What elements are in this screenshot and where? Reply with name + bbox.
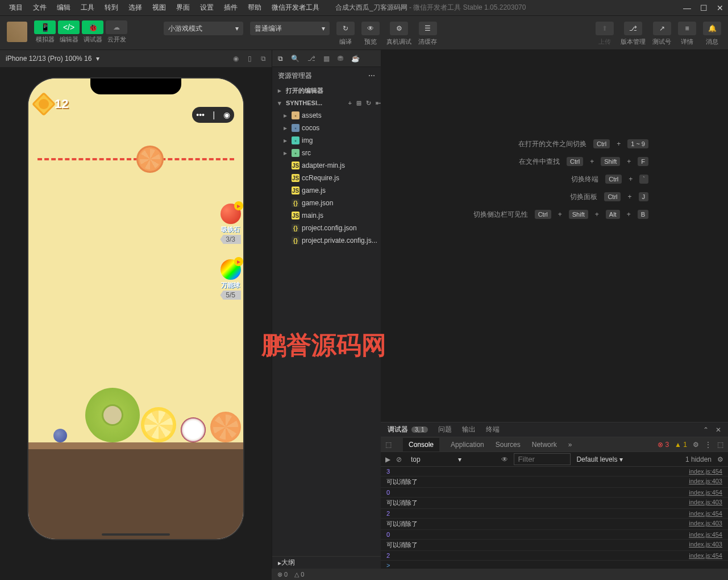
tab-terminal[interactable]: 终端 [486,425,500,434]
filter-input[interactable] [514,453,571,465]
devtools-tab-application[interactable]: Application [451,441,484,449]
upload-button[interactable]: ⬆ [596,22,614,35]
hidden-count[interactable]: 1 hidden [685,455,712,463]
devtools-tab-sources[interactable]: Sources [496,441,521,449]
folder-item[interactable]: ▸▪img [272,134,381,147]
menu-item[interactable]: 插件 [219,1,242,15]
file-item[interactable]: {}project.config.json [272,222,381,234]
warning-count[interactable]: ▲ 1 [675,441,687,449]
new-file-icon[interactable]: + [348,100,352,107]
gear-icon[interactable]: ⚙ [717,455,723,463]
file-item[interactable]: JSccRequire.js [272,172,381,184]
tab-problems[interactable]: 问题 [438,425,452,434]
levels-dropdown[interactable]: Default levels ▾ [576,455,622,463]
cloud-button[interactable]: ☁ [106,20,127,34]
editor-button[interactable]: </> [58,20,80,34]
clear-console-icon[interactable]: ⊘ [396,455,402,463]
log-row[interactable]: 3index.js:454 [381,467,728,477]
inspect-icon[interactable]: ⬚ [385,441,392,449]
db-icon[interactable]: ⛃ [338,55,343,63]
preview-button[interactable]: 👁 [361,22,380,35]
cup-icon[interactable]: ☕ [351,55,360,63]
file-item[interactable]: {}game.json [272,197,381,209]
dock-icon[interactable]: ⬚ [717,441,723,449]
details-button[interactable]: ≡ [678,22,696,35]
collapse-icon[interactable]: ⇤ [376,100,381,107]
branch-icon[interactable]: ⎇ [307,55,315,63]
menu-item[interactable]: 编辑 [52,1,75,15]
menu-icon[interactable]: ⋮ [705,441,712,449]
project-root[interactable]: ▾SYNTHESI... + ⊞ ↻ ⇤ [272,97,381,109]
maximize-icon[interactable]: ☐ [700,3,708,13]
version-button[interactable]: ⎇ [624,22,642,35]
console-sidebar-icon[interactable]: ▶ [385,455,390,463]
mode-dropdown[interactable]: 小游戏模式▾ [164,22,243,35]
menu-item[interactable]: 文件 [28,1,51,15]
folder-item[interactable]: ▸▪src [272,147,381,159]
log-row[interactable]: 0index.js:454 [381,530,728,540]
status-warnings[interactable]: △ 0 [294,571,304,578]
menu-item[interactable]: 设置 [195,1,218,15]
clearcache-button[interactable]: ☰ [419,22,437,35]
gear-icon[interactable]: ⚙ [693,441,699,449]
opened-editors-header[interactable]: ▸打开的编辑器 [272,84,381,97]
messages-button[interactable]: 🔔 [703,22,721,35]
tab-output[interactable]: 输出 [462,425,476,434]
outline-header[interactable]: ▸大纲 [272,556,381,569]
split-icon[interactable]: ⧉ [261,55,266,63]
console-prompt[interactable]: > [381,561,728,569]
game-menu-pill[interactable]: •••|◉ [192,107,234,123]
file-item[interactable]: JSgame.js [272,184,381,197]
file-item[interactable]: JSmain.js [272,209,381,222]
log-row[interactable]: 可以消除了index.js:403 [381,477,728,488]
devtools-tab-console[interactable]: Console [403,438,439,451]
menu-item[interactable]: 微信开发者工具 [267,1,324,15]
devtools-tab-network[interactable]: Network [532,441,557,449]
realdevice-button[interactable]: ⚙ [390,22,408,35]
menu-item[interactable]: 界面 [172,1,194,15]
extensions-icon[interactable]: ▦ [323,55,330,63]
file-item[interactable]: JSadapter-min.js [272,159,381,172]
minimize-icon[interactable]: ― [683,3,691,13]
more-icon[interactable]: ⋯ [368,72,375,80]
menu-item[interactable]: 工具 [76,1,99,15]
log-row[interactable]: 2index.js:454 [381,509,728,519]
debugger-button[interactable]: 🐞 [82,20,103,34]
menu-item[interactable]: 转到 [100,1,123,15]
device-selector[interactable]: iPhone 12/13 (Pro) 100% 16 [6,55,91,63]
menu-item[interactable]: 视图 [148,1,170,15]
device-icon[interactable]: ▯ [248,55,252,63]
powerup-magnet[interactable]: ▶ 吸铁石 3/3 [220,204,241,244]
log-row[interactable]: 可以消除了index.js:403 [381,540,728,551]
compile-button[interactable]: ↻ [336,22,355,35]
record-icon[interactable]: ◉ [233,55,239,63]
menu-item[interactable]: 项目 [5,1,27,15]
close-panel-icon[interactable]: ✕ [715,426,721,434]
log-row[interactable]: 可以消除了index.js:403 [381,498,728,509]
error-count[interactable]: ⊗ 3 [658,441,669,449]
tab-debugger[interactable]: 调试器3, 1 [388,425,428,434]
folder-item[interactable]: ▸▪assets [272,109,381,122]
console-output[interactable]: 3index.js:454可以消除了index.js:4030index.js:… [381,467,728,569]
more-tabs-icon[interactable]: » [568,441,572,449]
file-item[interactable]: {}project.private.config.js... [272,234,381,247]
simulator-button[interactable]: 📱 [34,20,56,34]
compile-dropdown[interactable]: 普通编译▾ [250,22,330,35]
powerup-universal[interactable]: ▶ 万能球 5/5 [220,259,241,300]
eye-icon[interactable]: 👁 [501,455,508,463]
close-icon[interactable]: ✕ [717,3,723,13]
menu-item[interactable]: 选择 [124,1,147,15]
testno-button[interactable]: ↗ [653,22,671,35]
status-errors[interactable]: ⊗ 0 [277,571,288,578]
chevron-up-icon[interactable]: ⌃ [703,426,709,434]
log-row[interactable]: 0index.js:454 [381,488,728,498]
log-row[interactable]: 可以消除了index.js:403 [381,519,728,530]
search-icon[interactable]: 🔍 [291,55,299,63]
folder-item[interactable]: ▸▪cocos [272,122,381,134]
context-dropdown[interactable]: top ▾ [407,454,496,465]
chevron-down-icon[interactable]: ▾ [96,55,99,63]
avatar[interactable] [7,22,27,42]
menu-item[interactable]: 帮助 [243,1,266,15]
new-folder-icon[interactable]: ⊞ [356,100,361,107]
refresh-icon[interactable]: ↻ [366,100,371,107]
